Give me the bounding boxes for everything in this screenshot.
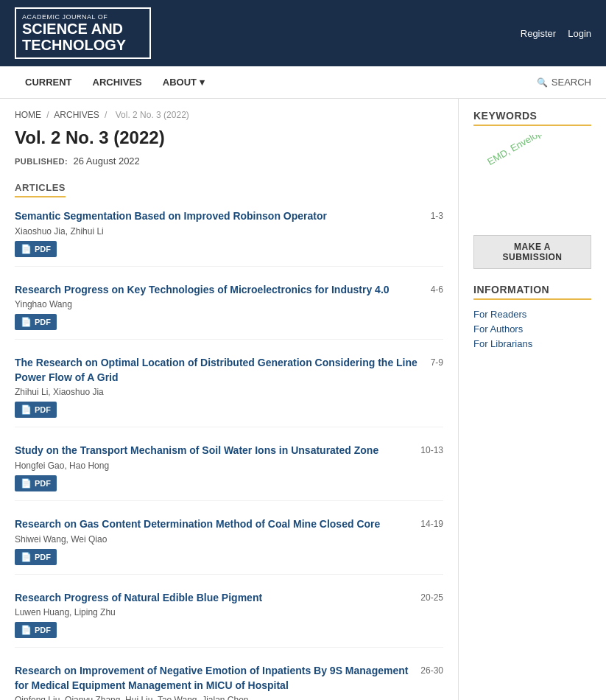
article-pages: 20-25	[420, 591, 443, 603]
information-link[interactable]: For Readers	[473, 309, 591, 320]
published-label: PUBLISHED:	[15, 157, 68, 166]
article-pages: 4-6	[431, 283, 443, 295]
site-header: ACADEMIC JOURNAL OF SCIENCE AND TECHNOLO…	[0, 0, 606, 66]
keyword-tag: EMD, Envelope Fitting, ML	[485, 135, 589, 167]
content-area: HOME / ARCHIVES / Vol. 2 No. 3 (2022) Vo…	[0, 99, 459, 700]
information-section: INFORMATION For ReadersFor AuthorsFor Li…	[473, 284, 591, 349]
article-pages: 10-13	[420, 444, 443, 455]
pdf-button[interactable]: 📄 PDF	[15, 475, 57, 491]
breadcrumb-sep2: /	[105, 110, 107, 120]
article-title[interactable]: Research on Gas Content Determination Me…	[15, 517, 413, 532]
nav-archives[interactable]: ARCHIVES	[82, 66, 152, 98]
article-authors: Hongfei Gao, Hao Hong	[15, 461, 443, 471]
article-item: The Research on Optimal Location of Dist…	[15, 356, 443, 427]
article-title[interactable]: Study on the Transport Mechanism of Soil…	[15, 444, 413, 458]
pdf-label: PDF	[35, 245, 51, 253]
site-logo: ACADEMIC JOURNAL OF SCIENCE AND TECHNOLO…	[15, 7, 151, 59]
article-authors: Shiwei Wang, Wei Qiao	[15, 534, 443, 545]
page-title: Vol. 2 No. 3 (2022)	[15, 127, 443, 148]
make-submission-button[interactable]: MAKE A SUBMISSION	[473, 235, 591, 269]
article-authors: Zhihui Li, Xiaoshuo Jia	[15, 387, 443, 397]
article-authors: Qinfeng Liu, Qianyu Zhang, Hui Liu, Tao …	[15, 695, 443, 700]
articles-list: Semantic Segmentation Based on Improved …	[15, 209, 443, 700]
keywords-cloud: EMD, Envelope Fitting, ML	[473, 135, 591, 223]
article-title[interactable]: Semantic Segmentation Based on Improved …	[15, 209, 423, 224]
article-title-row: Semantic Segmentation Based on Improved …	[15, 209, 443, 224]
article-title[interactable]: Research on Improvement of Negative Emot…	[15, 664, 413, 693]
article-item: Research Progress of Natural Edible Blue…	[15, 591, 443, 648]
articles-section-header: ARTICLES	[15, 182, 66, 197]
article-title[interactable]: The Research on Optimal Location of Dist…	[15, 356, 423, 385]
keywords-title: KEYWORDS	[473, 110, 591, 126]
article-authors: Luwen Huang, Liping Zhu	[15, 607, 443, 617]
register-link[interactable]: Register	[521, 28, 556, 39]
breadcrumb-archives[interactable]: ARCHIVES	[54, 110, 99, 120]
nav-current[interactable]: CURRENT	[15, 66, 82, 98]
login-link[interactable]: Login	[568, 28, 591, 39]
article-item: Study on the Transport Mechanism of Soil…	[15, 444, 443, 501]
sidebar: KEYWORDS EMD, Envelope Fitting, ML MAKE …	[459, 99, 606, 700]
article-item: Semantic Segmentation Based on Improved …	[15, 209, 443, 267]
article-pages: 26-30	[420, 664, 443, 676]
article-item: Research on Gas Content Determination Me…	[15, 517, 443, 575]
pdf-label: PDF	[35, 318, 51, 326]
pdf-label: PDF	[35, 626, 51, 634]
article-pages: 14-19	[420, 517, 443, 529]
article-pages: 1-3	[431, 209, 443, 221]
pdf-label: PDF	[35, 553, 51, 561]
article-title-row: Research on Improvement of Negative Emot…	[15, 664, 443, 693]
article-title-row: Research Progress of Natural Edible Blue…	[15, 591, 443, 606]
published-date: 26 August 2022	[73, 155, 139, 167]
pdf-icon: 📄	[21, 625, 32, 635]
breadcrumb-current: Vol. 2 No. 3 (2022)	[116, 110, 189, 120]
article-title-row: The Research on Optimal Location of Dist…	[15, 356, 443, 385]
main-layout: HOME / ARCHIVES / Vol. 2 No. 3 (2022) Vo…	[0, 99, 606, 700]
article-authors: Yinghao Wang	[15, 299, 443, 309]
article-authors: Xiaoshuo Jia, Zhihui Li	[15, 226, 443, 237]
top-navigation: CURRENT ARCHIVES ABOUT ▾ 🔍 SEARCH	[0, 66, 606, 99]
pdf-icon: 📄	[21, 478, 32, 489]
article-title[interactable]: Research Progress on Key Technologies of…	[15, 283, 423, 298]
nav-about[interactable]: ABOUT ▾	[152, 66, 215, 98]
pdf-button[interactable]: 📄 PDF	[15, 402, 57, 418]
pdf-button[interactable]: 📄 PDF	[15, 549, 57, 565]
pdf-button[interactable]: 📄 PDF	[15, 241, 57, 257]
information-link[interactable]: For Authors	[473, 323, 591, 335]
breadcrumb-home[interactable]: HOME	[15, 110, 41, 120]
article-title-row: Research on Gas Content Determination Me…	[15, 517, 443, 532]
pdf-icon: 📄	[21, 405, 32, 415]
pdf-icon: 📄	[21, 317, 32, 327]
pdf-label: PDF	[35, 479, 51, 488]
information-title: INFORMATION	[473, 284, 591, 300]
logo-top-line: ACADEMIC JOURNAL OF	[22, 13, 144, 21]
search-label: SEARCH	[552, 77, 591, 88]
published-line: PUBLISHED: 26 August 2022	[15, 155, 443, 167]
article-title-row: Research Progress on Key Technologies of…	[15, 283, 443, 298]
article-title-row: Study on the Transport Mechanism of Soil…	[15, 444, 443, 458]
pdf-button[interactable]: 📄 PDF	[15, 622, 57, 638]
search-icon: 🔍	[537, 77, 548, 88]
information-link[interactable]: For Librarians	[473, 338, 591, 349]
top-nav-links: CURRENT ARCHIVES ABOUT ▾	[15, 66, 215, 98]
pdf-icon: 📄	[21, 552, 32, 562]
pdf-label: PDF	[35, 405, 51, 414]
article-item: Research Progress on Key Technologies of…	[15, 283, 443, 340]
information-links: For ReadersFor AuthorsFor Librarians	[473, 309, 591, 349]
article-item: Research on Improvement of Negative Emot…	[15, 664, 443, 700]
article-title[interactable]: Research Progress of Natural Edible Blue…	[15, 591, 413, 606]
breadcrumb-sep1: /	[46, 110, 49, 120]
pdf-button[interactable]: 📄 PDF	[15, 314, 57, 330]
header-nav: Register Login	[521, 28, 591, 39]
article-pages: 7-9	[431, 356, 443, 368]
logo-main-title: SCIENCE AND TECHNOLOGY	[22, 21, 144, 53]
search-trigger[interactable]: 🔍 SEARCH	[537, 77, 591, 88]
pdf-icon: 📄	[21, 244, 32, 254]
breadcrumb: HOME / ARCHIVES / Vol. 2 No. 3 (2022)	[15, 110, 443, 120]
